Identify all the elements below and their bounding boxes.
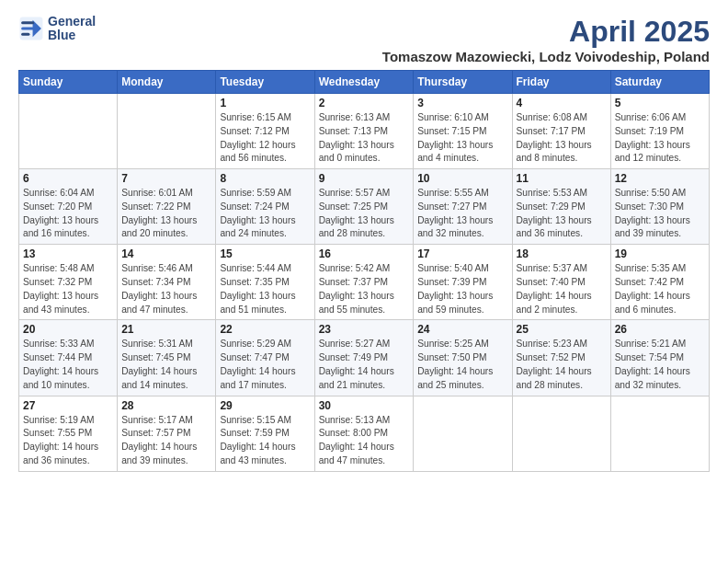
day-number: 30 [319, 399, 410, 412]
day-info: Sunrise: 5:59 AM Sunset: 7:24 PM Dayligh… [220, 187, 310, 241]
logo-text: General Blue [48, 15, 96, 43]
day-number: 11 [517, 172, 607, 185]
calendar-cell: 18Sunrise: 5:37 AM Sunset: 7:40 PM Dayli… [512, 245, 610, 320]
day-number: 6 [23, 172, 113, 185]
day-number: 3 [417, 97, 507, 109]
day-number: 15 [220, 247, 310, 260]
calendar-header-wednesday: Wednesday [314, 71, 414, 94]
calendar-cell: 25Sunrise: 5:23 AM Sunset: 7:52 PM Dayli… [512, 320, 610, 396]
day-number: 29 [220, 399, 310, 412]
calendar-cell: 8Sunrise: 5:59 AM Sunset: 7:24 PM Daylig… [216, 169, 314, 245]
calendar-cell: 14Sunrise: 5:46 AM Sunset: 7:34 PM Dayli… [118, 245, 216, 320]
day-info: Sunrise: 6:08 AM Sunset: 7:17 PM Dayligh… [517, 111, 607, 166]
svg-rect-2 [21, 22, 34, 25]
calendar-header-monday: Monday [118, 71, 216, 94]
calendar-cell: 6Sunrise: 6:04 AM Sunset: 7:20 PM Daylig… [19, 169, 118, 245]
day-number: 17 [417, 247, 507, 260]
calendar-header-thursday: Thursday [414, 71, 512, 94]
calendar-cell [610, 396, 709, 471]
calendar-cell: 27Sunrise: 5:19 AM Sunset: 7:55 PM Dayli… [19, 396, 118, 471]
calendar-table: SundayMondayTuesdayWednesdayThursdayFrid… [18, 70, 710, 472]
day-info: Sunrise: 5:57 AM Sunset: 7:25 PM Dayligh… [319, 187, 410, 241]
day-info: Sunrise: 5:21 AM Sunset: 7:54 PM Dayligh… [615, 338, 705, 392]
calendar-cell: 28Sunrise: 5:17 AM Sunset: 7:57 PM Dayli… [118, 396, 216, 471]
day-number: 26 [615, 323, 705, 336]
svg-rect-3 [21, 28, 34, 30]
calendar-week-5: 27Sunrise: 5:19 AM Sunset: 7:55 PM Dayli… [19, 396, 710, 471]
calendar-cell: 3Sunrise: 6:10 AM Sunset: 7:15 PM Daylig… [414, 94, 512, 169]
calendar-header-row: SundayMondayTuesdayWednesdayThursdayFrid… [19, 71, 710, 94]
day-info: Sunrise: 6:13 AM Sunset: 7:13 PM Dayligh… [319, 111, 410, 166]
day-info: Sunrise: 5:48 AM Sunset: 7:32 PM Dayligh… [23, 262, 113, 316]
day-number: 13 [23, 247, 113, 260]
logo-line2: Blue [48, 29, 96, 42]
calendar-cell: 7Sunrise: 6:01 AM Sunset: 7:22 PM Daylig… [118, 169, 216, 245]
day-info: Sunrise: 5:29 AM Sunset: 7:47 PM Dayligh… [220, 338, 310, 392]
main-title: April 2025 [382, 15, 710, 49]
calendar-cell: 24Sunrise: 5:25 AM Sunset: 7:50 PM Dayli… [414, 320, 512, 396]
day-info: Sunrise: 5:13 AM Sunset: 8:00 PM Dayligh… [319, 414, 410, 468]
day-number: 14 [121, 247, 211, 260]
day-number: 27 [23, 399, 113, 412]
day-number: 21 [121, 323, 211, 336]
day-number: 7 [121, 172, 211, 185]
day-info: Sunrise: 5:33 AM Sunset: 7:44 PM Dayligh… [23, 338, 113, 392]
day-number: 2 [319, 97, 410, 109]
title-block: April 2025 Tomaszow Mazowiecki, Lodz Voi… [382, 15, 710, 64]
svg-rect-4 [21, 33, 29, 36]
calendar-cell: 9Sunrise: 5:57 AM Sunset: 7:25 PM Daylig… [314, 169, 414, 245]
day-info: Sunrise: 5:42 AM Sunset: 7:37 PM Dayligh… [319, 262, 410, 316]
day-info: Sunrise: 5:23 AM Sunset: 7:52 PM Dayligh… [517, 338, 607, 392]
calendar-week-4: 20Sunrise: 5:33 AM Sunset: 7:44 PM Dayli… [19, 320, 710, 396]
day-number: 22 [220, 323, 310, 336]
day-info: Sunrise: 5:17 AM Sunset: 7:57 PM Dayligh… [121, 414, 211, 468]
page: General Blue April 2025 Tomaszow Mazowie… [0, 0, 728, 481]
day-number: 25 [517, 323, 607, 336]
day-info: Sunrise: 5:40 AM Sunset: 7:39 PM Dayligh… [417, 262, 507, 316]
calendar-cell: 10Sunrise: 5:55 AM Sunset: 7:27 PM Dayli… [414, 169, 512, 245]
calendar-header-tuesday: Tuesday [216, 71, 314, 94]
day-info: Sunrise: 5:44 AM Sunset: 7:35 PM Dayligh… [220, 262, 310, 316]
calendar-cell: 15Sunrise: 5:44 AM Sunset: 7:35 PM Dayli… [216, 245, 314, 320]
calendar-cell: 21Sunrise: 5:31 AM Sunset: 7:45 PM Dayli… [118, 320, 216, 396]
calendar-week-1: 1Sunrise: 6:15 AM Sunset: 7:12 PM Daylig… [19, 94, 710, 169]
calendar-cell [414, 396, 512, 471]
day-info: Sunrise: 6:04 AM Sunset: 7:20 PM Dayligh… [23, 187, 113, 241]
calendar-cell: 19Sunrise: 5:35 AM Sunset: 7:42 PM Dayli… [610, 245, 709, 320]
day-number: 16 [319, 247, 410, 260]
day-number: 24 [417, 323, 507, 336]
day-info: Sunrise: 6:06 AM Sunset: 7:19 PM Dayligh… [615, 111, 705, 166]
day-info: Sunrise: 5:19 AM Sunset: 7:55 PM Dayligh… [23, 414, 113, 468]
day-info: Sunrise: 5:53 AM Sunset: 7:29 PM Dayligh… [517, 187, 607, 241]
calendar-cell: 5Sunrise: 6:06 AM Sunset: 7:19 PM Daylig… [610, 94, 709, 169]
day-info: Sunrise: 5:15 AM Sunset: 7:59 PM Dayligh… [220, 414, 310, 468]
day-number: 10 [417, 172, 507, 185]
day-number: 5 [615, 97, 705, 109]
day-number: 19 [615, 247, 705, 260]
day-number: 28 [121, 399, 211, 412]
day-info: Sunrise: 5:25 AM Sunset: 7:50 PM Dayligh… [417, 338, 507, 392]
day-number: 18 [517, 247, 607, 260]
calendar-cell: 4Sunrise: 6:08 AM Sunset: 7:17 PM Daylig… [512, 94, 610, 169]
day-info: Sunrise: 6:10 AM Sunset: 7:15 PM Dayligh… [417, 111, 507, 166]
day-number: 1 [220, 97, 310, 109]
day-info: Sunrise: 5:27 AM Sunset: 7:49 PM Dayligh… [319, 338, 410, 392]
day-info: Sunrise: 5:31 AM Sunset: 7:45 PM Dayligh… [121, 338, 211, 392]
calendar-cell [118, 94, 216, 169]
day-info: Sunrise: 5:37 AM Sunset: 7:40 PM Dayligh… [517, 262, 607, 316]
header-row: General Blue April 2025 Tomaszow Mazowie… [18, 15, 710, 64]
day-number: 23 [319, 323, 410, 336]
day-info: Sunrise: 5:46 AM Sunset: 7:34 PM Dayligh… [121, 262, 211, 316]
calendar-week-3: 13Sunrise: 5:48 AM Sunset: 7:32 PM Dayli… [19, 245, 710, 320]
logo: General Blue [18, 15, 96, 43]
day-number: 12 [615, 172, 705, 185]
logo-icon [18, 16, 44, 41]
calendar-cell: 29Sunrise: 5:15 AM Sunset: 7:59 PM Dayli… [216, 396, 314, 471]
day-info: Sunrise: 5:50 AM Sunset: 7:30 PM Dayligh… [615, 187, 705, 241]
calendar-cell: 13Sunrise: 5:48 AM Sunset: 7:32 PM Dayli… [19, 245, 118, 320]
calendar-cell: 16Sunrise: 5:42 AM Sunset: 7:37 PM Dayli… [314, 245, 414, 320]
day-number: 9 [319, 172, 410, 185]
calendar-cell [19, 94, 118, 169]
logo-line1: General [48, 15, 96, 29]
day-info: Sunrise: 5:55 AM Sunset: 7:27 PM Dayligh… [417, 187, 507, 241]
